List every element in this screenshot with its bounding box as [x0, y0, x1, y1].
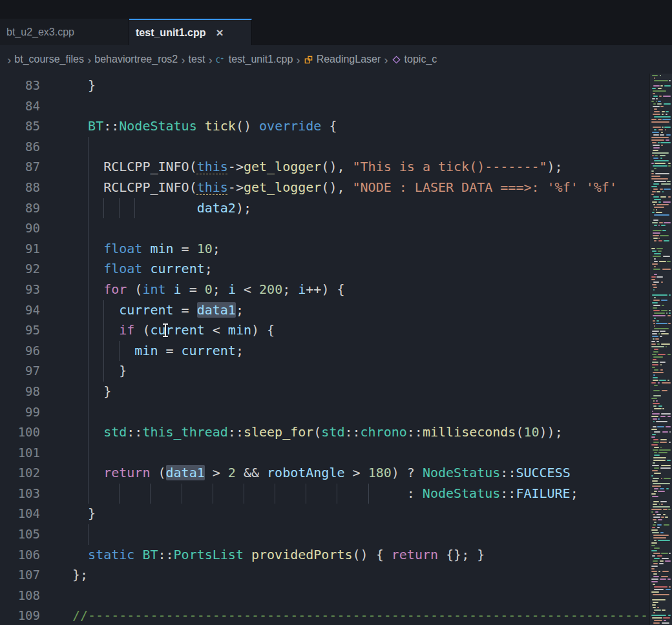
- code-token: =: [174, 302, 197, 318]
- code-line-content: float min = 10;: [72, 239, 220, 260]
- minimap-line: [653, 204, 655, 205]
- code-line-107[interactable]: 107};: [0, 565, 672, 586]
- minimap-line: [654, 488, 658, 489]
- code-token: ;: [282, 282, 298, 297]
- minimap-line: [660, 467, 671, 469]
- code-token: ;: [205, 261, 213, 276]
- minimap-line: [652, 251, 656, 252]
- minimap-line: [658, 251, 662, 252]
- line-number: 107: [0, 565, 40, 586]
- breadcrumb-item-topic_c[interactable]: topic_c: [392, 54, 437, 65]
- code-line-94[interactable]: 94 current = data1;: [0, 300, 672, 321]
- minimap-line: [653, 553, 660, 554]
- minimap-line: [651, 579, 658, 580]
- code-line-104[interactable]: 104 }: [0, 504, 672, 524]
- code-line-102[interactable]: 102 return (data1 > 2 && robotAngle > 18…: [0, 463, 672, 484]
- tab-bt_u2_ex3.cpp[interactable]: bt_u2_ex3.cpp: [0, 19, 129, 45]
- code-line-85[interactable]: 85 BT::NodeStatus tick() override {: [0, 116, 672, 137]
- code-line-90[interactable]: 90: [0, 218, 672, 239]
- indent-guide: [119, 341, 120, 362]
- code-line-89[interactable]: 89 data2);: [0, 198, 672, 219]
- line-number: 97: [0, 361, 40, 382]
- code-line-95[interactable]: 95 if (current < min) {: [0, 320, 672, 341]
- minimap-line: [661, 225, 666, 226]
- minimap-line: [660, 196, 666, 198]
- code-area[interactable]: 83 }8485 BT::NodeStatus tick() override …: [0, 74, 672, 625]
- minimap-line: [664, 620, 666, 621]
- minimap-line: [661, 504, 663, 505]
- code-line-98[interactable]: 98 }: [0, 382, 672, 402]
- code-line-100[interactable]: 100 std::this_thread::sleep_for(std::chr…: [0, 422, 672, 443]
- code-token: [142, 241, 150, 256]
- code-line-106[interactable]: 106 static BT::PortsList providedPorts()…: [0, 545, 672, 566]
- code-line-108[interactable]: 108: [0, 586, 672, 606]
- indent-guide: [368, 484, 369, 504]
- code-line-content: }: [72, 382, 111, 402]
- code-token: (: [150, 465, 165, 480]
- minimap-line: [664, 478, 671, 479]
- minimap-line: [652, 155, 654, 156]
- code-line-87[interactable]: 87 RCLCPP_INFO(this->get_logger(), "This…: [0, 157, 672, 178]
- breadcrumb-item-test[interactable]: test: [189, 54, 205, 65]
- minimap-line: [654, 369, 658, 371]
- code-line-84[interactable]: 84: [0, 96, 672, 117]
- code-line-91[interactable]: 91 float min = 10;: [0, 239, 672, 260]
- minimap[interactable]: [649, 74, 672, 625]
- minimap-line: [654, 116, 671, 118]
- minimap-line: [654, 558, 660, 559]
- code-token: }: [72, 384, 111, 399]
- indent-guide: [88, 463, 89, 484]
- code-line-99[interactable]: 99: [0, 402, 672, 423]
- minimap-line: [660, 416, 666, 417]
- close-icon[interactable]: ×: [216, 26, 223, 39]
- minimap-line: [661, 282, 663, 283]
- code-token: }: [72, 363, 127, 378]
- minimap-line: [655, 511, 658, 513]
- code-line-content: //--------------------------------------…: [72, 606, 648, 625]
- code-token: std: [103, 424, 127, 440]
- minimap-line: [659, 261, 666, 262]
- breadcrumb: ›bt_course_files›behaviortree_ros2›test›…: [0, 45, 672, 74]
- code-line-96[interactable]: 96 min = current;: [0, 341, 672, 362]
- code-editor[interactable]: 83 }8485 BT::NodeStatus tick() override …: [0, 74, 672, 625]
- code-token: ::: [407, 424, 423, 440]
- breadcrumb-item-ReadingLaser[interactable]: ReadingLaser: [304, 54, 381, 65]
- minimap-line: [662, 111, 665, 112]
- code-line-83[interactable]: 83 }: [0, 76, 672, 96]
- code-line-88[interactable]: 88 RCLCPP_INFO(this->get_logger(), "NODE…: [0, 178, 672, 198]
- cpp-file-icon: C+: [216, 55, 226, 65]
- code-token: ) {: [251, 322, 275, 338]
- minimap-line: [656, 209, 657, 210]
- code-line-109[interactable]: 109//-----------------------------------…: [0, 606, 672, 625]
- minimap-line: [663, 617, 671, 619]
- minimap-line: [651, 444, 658, 446]
- code-line-92[interactable]: 92 float current;: [0, 259, 672, 280]
- chevron-right-icon: ›: [208, 54, 212, 66]
- minimap-line: [653, 517, 660, 518]
- code-token: data1: [197, 302, 236, 318]
- minimap-line: [662, 390, 668, 391]
- code-line-97[interactable]: 97 }: [0, 361, 672, 382]
- minimap-line: [654, 111, 660, 112]
- minimap-line: [653, 165, 667, 167]
- minimap-line: [667, 579, 671, 580]
- minimap-line: [669, 553, 671, 554]
- chevron-right-icon: ›: [296, 54, 300, 66]
- code-line-103[interactable]: 103 : NodeStatus::FAILURE;: [0, 484, 672, 504]
- code-token: //--------------------------------------…: [72, 608, 648, 623]
- breadcrumb-item-behaviortree_ros2[interactable]: behaviortree_ros2: [94, 54, 178, 65]
- minimap-line: [653, 106, 660, 107]
- indent-guide: [88, 198, 89, 219]
- breadcrumb-item-bt_course_files[interactable]: bt_course_files: [14, 54, 84, 65]
- line-number: 86: [0, 137, 40, 158]
- breadcrumb-item-test_unit1.cpp[interactable]: C+test_unit1.cpp: [216, 54, 293, 65]
- minimap-line: [655, 155, 658, 156]
- tab-test_unit1.cpp[interactable]: test_unit1.cpp×: [129, 19, 252, 45]
- code-line-86[interactable]: 86: [0, 137, 672, 158]
- code-line-105[interactable]: 105: [0, 524, 672, 545]
- code-line-101[interactable]: 101: [0, 443, 672, 464]
- minimap-line: [652, 470, 658, 471]
- code-line-93[interactable]: 93 for (int i = 0; i < 200; i++) {: [0, 280, 672, 300]
- code-token: (: [189, 179, 197, 195]
- minimap-line: [654, 207, 664, 208]
